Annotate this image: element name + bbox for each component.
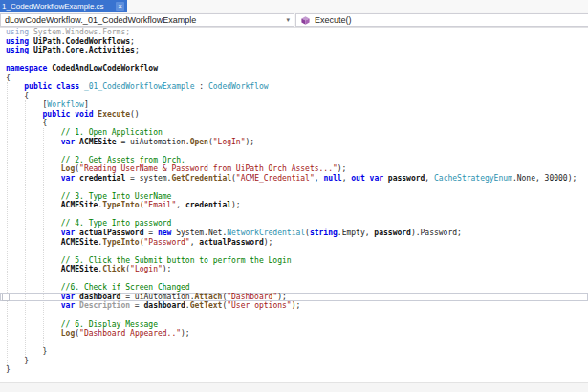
code-line[interactable]: // 6. Display Message xyxy=(0,320,588,330)
code-line[interactable] xyxy=(0,311,588,320)
code-token: { xyxy=(6,74,11,82)
code-token: CacheStrategyEnum xyxy=(434,174,512,183)
code-token: ; xyxy=(135,46,140,54)
code-token: ; xyxy=(130,37,135,46)
code-token: ACMESite xyxy=(79,138,117,146)
method-icon xyxy=(301,16,310,25)
code-line[interactable]: } xyxy=(0,365,588,375)
code-token: // 1. Open Application xyxy=(6,128,163,137)
code-token: Workflow xyxy=(47,100,84,109)
code-token xyxy=(6,293,61,301)
code-token: Open xyxy=(190,138,208,146)
code-line[interactable]: using System.Windows.Forms; xyxy=(0,28,588,37)
code-token: TypeInto xyxy=(102,238,140,247)
code-token: ); xyxy=(231,201,241,209)
code-token xyxy=(6,301,61,310)
chevron-down-icon[interactable]: ▾ xyxy=(282,16,294,24)
code-token: ).Password; xyxy=(411,229,462,237)
code-token: "Dashboard" xyxy=(227,293,277,301)
code-line[interactable]: ACMESite.TypeInto("Password", actualPass… xyxy=(0,238,588,248)
code-token: GetCredential xyxy=(171,174,231,183)
code-line[interactable]: using UiPath.Core.Activities; xyxy=(0,46,588,55)
code-token: () xyxy=(130,110,140,119)
code-token xyxy=(6,110,43,119)
code-token xyxy=(6,138,61,146)
code-line[interactable] xyxy=(0,247,588,256)
code-token: ACMESite xyxy=(61,265,98,273)
code-line[interactable]: { xyxy=(0,119,588,128)
code-line[interactable] xyxy=(0,55,588,65)
code-line[interactable]: // 2. Get Assets from Orch. xyxy=(0,156,588,165)
code-token: var xyxy=(61,138,79,146)
horizontal-scrollbar[interactable] xyxy=(0,382,588,392)
code-token: // 5. Click the Submit button to perform… xyxy=(6,256,292,265)
tab-bar: 1_CodedWorkflowExample.cs × xyxy=(0,0,588,12)
code-line[interactable]: { xyxy=(0,92,588,101)
tab-coded-workflow-example[interactable]: 1_CodedWorkflowExample.cs × xyxy=(0,0,127,12)
code-line[interactable]: // 4. Type Into password xyxy=(0,219,588,229)
navigation-bar: dLowCodeWorkflow._01_CodedWorkflowExampl… xyxy=(0,12,588,28)
code-token: credential xyxy=(185,201,231,209)
code-token: Execute xyxy=(98,110,130,119)
code-token: Attach xyxy=(194,293,222,301)
code-token: System.Windows.Forms; xyxy=(33,28,130,36)
code-line[interactable] xyxy=(0,146,588,156)
code-token: dashboard xyxy=(144,301,185,310)
code-line[interactable]: ACMESite.TypeInto("Email", credential); xyxy=(0,201,588,210)
code-token: "Email" xyxy=(144,201,177,209)
code-token: [ xyxy=(6,100,47,109)
code-token: UiPath.Core.Activities xyxy=(33,46,135,54)
code-token: public void xyxy=(43,110,98,119)
code-token: { xyxy=(6,92,29,100)
code-line[interactable] xyxy=(0,338,588,348)
code-line[interactable]: } xyxy=(0,347,588,357)
code-token: out var xyxy=(351,174,388,183)
code-line[interactable]: var dashboard = uiAutomation.Attach("Das… xyxy=(0,293,588,302)
code-line[interactable]: public class _01_CodedWorkflowExample : … xyxy=(0,82,588,92)
code-line[interactable]: // 5. Click the Submit button to perform… xyxy=(0,256,588,266)
code-token: , xyxy=(315,174,324,183)
code-token xyxy=(6,82,24,91)
code-token: // 4. Type Into password xyxy=(6,219,171,228)
code-line[interactable]: using UiPath.CodedWorkflows; xyxy=(0,37,588,47)
code-token xyxy=(6,164,61,173)
code-token: ); xyxy=(292,301,301,310)
code-token: ); xyxy=(181,329,190,338)
code-line[interactable]: public void Execute() xyxy=(0,110,588,120)
code-token: ); xyxy=(338,164,347,173)
code-line[interactable]: namespace CodedAndLowCodeWorkflow xyxy=(0,64,588,74)
code-line[interactable]: Log("Dashboard Appeared.."); xyxy=(0,329,588,338)
code-line[interactable]: // 1. Open Application xyxy=(0,128,588,138)
code-token: ); xyxy=(277,293,287,301)
code-token: using xyxy=(6,37,33,46)
code-line[interactable]: { xyxy=(0,74,588,83)
code-line[interactable] xyxy=(0,274,588,284)
member-dropdown[interactable]: Execute() xyxy=(295,13,588,27)
code-token: { xyxy=(6,119,47,127)
code-token: new xyxy=(158,229,176,237)
code-token: "Login" xyxy=(130,265,163,273)
scope-dropdown[interactable]: dLowCodeWorkflow._01_CodedWorkflowExampl… xyxy=(0,13,294,27)
code-line[interactable] xyxy=(0,210,588,220)
code-line[interactable]: var Description = dashboard.GetText("Use… xyxy=(0,301,588,311)
code-line[interactable]: var credential = system.GetCredential("A… xyxy=(0,174,588,184)
code-line[interactable]: // 3. Type Into UserName xyxy=(0,192,588,202)
code-token: } xyxy=(6,357,29,365)
code-line[interactable]: //6. Check if Screen Changed xyxy=(0,283,588,293)
code-token: "Password" xyxy=(144,238,190,247)
code-token: ACMESite xyxy=(61,238,98,247)
code-line[interactable]: var actualPassword = new System.Net.Netw… xyxy=(0,229,588,238)
code-token: = uiAutomation. xyxy=(120,293,194,301)
code-token: , xyxy=(176,201,185,209)
code-line[interactable]: Log("Reading UserName & Password from Ui… xyxy=(0,164,588,174)
code-line[interactable]: } xyxy=(0,357,588,366)
code-token: "Reading UserName & Password from UiPath… xyxy=(79,164,338,173)
code-line[interactable]: var ACMESite = uiAutomation.Open("LogIn"… xyxy=(0,138,588,147)
close-icon[interactable]: × xyxy=(116,2,124,11)
code-line[interactable]: ACMESite.Click("Login"); xyxy=(0,265,588,274)
editor-pane[interactable]: using System.Windows.Forms;using UiPath.… xyxy=(0,28,588,382)
code-line[interactable] xyxy=(0,183,588,192)
code-line[interactable]: [Workflow] xyxy=(0,100,588,110)
code-token: System.Net. xyxy=(176,229,227,237)
code-area[interactable]: using System.Windows.Forms;using UiPath.… xyxy=(0,28,588,375)
